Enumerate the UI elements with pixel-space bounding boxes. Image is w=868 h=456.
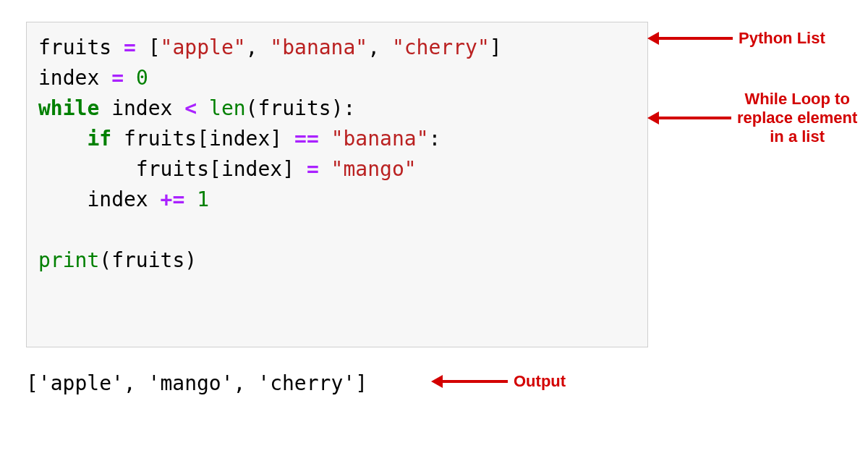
- output-block: ['apple', 'mango', 'cherry']: [26, 369, 367, 398]
- annotation-while-loop: While Loop to replace element in a list: [647, 90, 857, 146]
- annotation-output: Output: [431, 372, 566, 391]
- code-line-1: fruits = ["apple", "banana", "cherry"]: [38, 35, 502, 59]
- annotation-python-list: Python List: [647, 29, 825, 48]
- code-block: fruits = ["apple", "banana", "cherry"] i…: [26, 22, 648, 347]
- code-line-8: print(fruits): [38, 248, 197, 272]
- arrow-line: [443, 380, 508, 383]
- arrow-left-icon: [647, 111, 659, 124]
- annotation-label: Output: [514, 372, 566, 391]
- arrow-left-icon: [647, 32, 659, 45]
- arrow-line: [659, 117, 731, 119]
- annotation-label: Python List: [739, 29, 825, 48]
- output-text: ['apple', 'mango', 'cherry']: [26, 371, 367, 395]
- code-line-3: while index < len(fruits):: [38, 96, 355, 120]
- code-line-6: index += 1: [38, 187, 209, 211]
- code-line-2: index = 0: [38, 66, 148, 90]
- code-line-5: fruits[index] = "mango": [38, 157, 417, 181]
- arrow-left-icon: [431, 375, 443, 388]
- annotation-label: While Loop to replace element in a list: [737, 90, 857, 146]
- code-line-4: if fruits[index] == "banana":: [38, 127, 441, 151]
- arrow-line: [659, 37, 733, 40]
